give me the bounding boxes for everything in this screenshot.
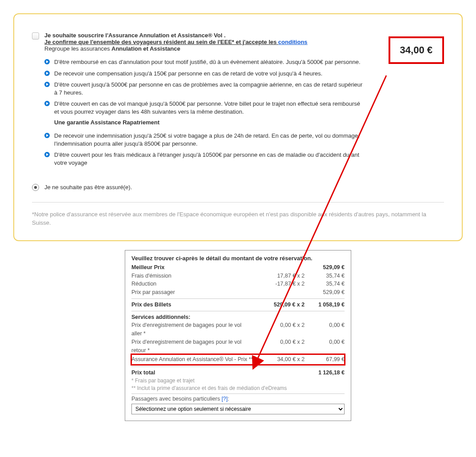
insurance-bullets-2: De recevoir une indemnisation jusqu'à 25… [44, 132, 444, 167]
row-per-passenger: Prix par passager 529,09 € [131, 288, 345, 297]
help-icon[interactable]: [?] [222, 396, 228, 402]
summary-title: Veuillez trouver ci-après le détail du m… [131, 255, 345, 262]
row-tickets-price: Prix des Billets 529,09 € x 2 1 058,19 € [131, 301, 345, 309]
insurance-decline-option[interactable]: Je ne souhaite pas être assuré(e). [32, 183, 444, 191]
row-baggage-outbound: Prix d'enregistrement de bagages pour le… [131, 321, 345, 338]
conditions-link[interactable]: conditions [278, 39, 308, 45]
insurance-decline-label: Je ne souhaite pas être assuré(e). [44, 184, 132, 191]
row-emission: Frais d'émission 17,87 € x 2 35,74 € [131, 272, 345, 280]
passenger-needs-label: Passagers avec besoins particuliers [?]: [131, 396, 345, 402]
insurance-price: 34,00 € [400, 44, 432, 56]
row-reduction: Réduction -17,87 € x 2 35,74 € [131, 280, 345, 288]
price-summary-panel: Veuillez trouver ci-après le détail du m… [125, 250, 351, 421]
row-additional-services: Services additionnels: [131, 313, 345, 322]
checkbox-icon[interactable] [32, 32, 39, 40]
row-insurance-highlight: Assurance Annulation et Assistance® Vol … [131, 354, 345, 365]
insurance-sub-guarantee: Une garantie Assistance Rapatriement [44, 119, 444, 126]
insurance-bullet: De recevoir une indemnisation jusqu'à 25… [44, 132, 365, 147]
insurance-bullet: D'être couvert en cas de vol manqué jusq… [44, 100, 365, 115]
insurance-price-highlight: 34,00 € [389, 36, 444, 64]
row-total: Prix total 1 126,18 € [131, 369, 345, 377]
radio-selected-icon[interactable] [32, 184, 39, 191]
summary-note-2: ** Inclut la prime d'assurance et des fr… [131, 385, 345, 392]
insurance-bullet: De recevoir une compensation jusqu'à 150… [44, 70, 365, 78]
summary-note-1: * Frais par bagage et trajet [131, 377, 345, 385]
insurance-bullets-1: D'être remboursé en cas d'annulation pou… [44, 58, 444, 115]
insurance-subtitle: Regroupe les assurances Annulation et As… [44, 45, 444, 52]
insurance-accept-body: Je souhaite souscrire l'Assurance Annula… [44, 32, 444, 170]
passenger-needs-select[interactable]: Sélectionnez une option seulement si néc… [131, 404, 345, 414]
insurance-title: Je souhaite souscrire l'Assurance Annula… [44, 32, 444, 39]
insurance-confirm-line: Je confirme que l'ensemble des voyageurs… [44, 39, 444, 45]
insurance-bullet: D'être couvert jusqu'à 5000€ par personn… [44, 81, 365, 96]
row-best-price: Meilleur Prix 529,09 € [131, 263, 345, 272]
insurance-accept-option[interactable]: Je souhaite souscrire l'Assurance Annula… [32, 32, 444, 170]
insurance-panel: 34,00 € Je souhaite souscrire l'Assuranc… [13, 13, 463, 241]
row-baggage-return: Prix d'enregistrement de bagages pour le… [131, 338, 345, 355]
insurance-footnote: *Notre police d'assurance est réservée a… [32, 202, 444, 227]
insurance-bullet: D'être remboursé en cas d'annulation pou… [44, 58, 365, 66]
insurance-bullet: D'être couvert pour les frais médicaux à… [44, 151, 365, 167]
